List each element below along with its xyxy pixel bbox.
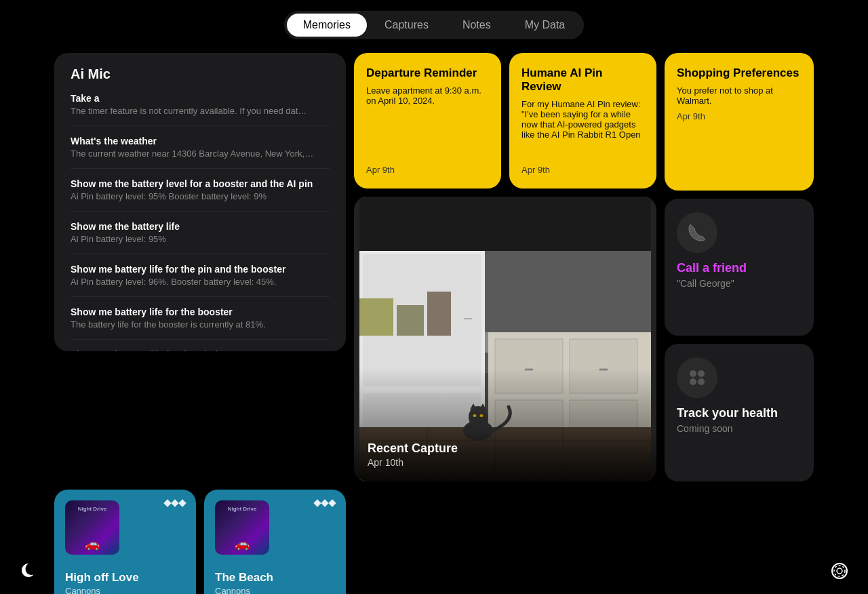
tab-notes[interactable]: Notes <box>446 14 507 37</box>
tidal-diamond-6 <box>328 499 336 507</box>
ai-mic-question: Show me battery life for the booster <box>71 306 330 317</box>
ai-mic-answer: Ai Pin battery level: 95% <box>71 234 330 244</box>
call-friend-label: Call a friend <box>677 261 802 275</box>
capture-label: Recent Capture <box>368 441 643 456</box>
health-card-subtitle: Coming soon <box>677 423 802 434</box>
moon-button[interactable] <box>16 559 41 583</box>
tidal-logo <box>165 500 185 506</box>
music-artist-1: Cannons <box>65 586 185 594</box>
ai-mic-answer: The battery life for the booster is curr… <box>71 319 330 330</box>
capture-date: Apr 10th <box>368 457 643 468</box>
note-card-date: Apr 9th <box>366 165 489 175</box>
ai-mic-item: Show me battery life for the pin and the… <box>71 264 330 297</box>
ai-mic-title: Ai Mic <box>71 66 330 82</box>
ai-mic-question: Show me the battery level for a booster … <box>71 178 330 189</box>
ai-mic-answer: The current weather near 14306 Barclay A… <box>71 148 330 159</box>
call-friend-subtitle: "Call George" <box>677 278 802 289</box>
svg-point-3 <box>698 378 705 385</box>
svg-point-40 <box>834 566 845 576</box>
ai-mic-question: Take a <box>71 93 330 104</box>
shopping-card-body: You prefer not to shop at Walmart. <box>677 85 802 106</box>
profile-button[interactable] <box>827 559 852 583</box>
ai-mic-item: What's the weather The current weather n… <box>71 136 330 169</box>
note-card-body: For my Humane AI Pin review: "I've been … <box>521 99 644 140</box>
music-artist-2: Cannons <box>215 586 335 594</box>
ai-mic-item: Show me battery life for the Ai pin <box>71 349 330 351</box>
ai-mic-answer: Ai Pin battery level: 96%. Booster batte… <box>71 277 330 287</box>
health-icon <box>677 357 717 398</box>
phone-icon <box>686 222 708 243</box>
call-icon <box>677 212 717 253</box>
shopping-card-date: Apr 9th <box>677 111 802 121</box>
tidal-diamond-5 <box>321 499 328 507</box>
album-art-1: Night Drive 🚗 <box>65 500 119 555</box>
note-card-body: Leave apartment at 9:30 a.m. on April 10… <box>366 85 489 106</box>
svg-point-2 <box>690 378 696 385</box>
shopping-prefs-card[interactable]: Shopping Preferences You prefer not to s… <box>665 53 814 191</box>
tab-captures[interactable]: Captures <box>368 14 445 37</box>
note-card-title: Humane AI Pin Review <box>521 66 644 94</box>
album-title-text-2: Night Drive <box>215 506 269 512</box>
bottom-icons <box>0 559 868 583</box>
ai-mic-item: Take a The timer feature is not currentl… <box>71 93 330 126</box>
right-column: Shopping Preferences You prefer not to s… <box>665 53 814 481</box>
ai-mic-question: What's the weather <box>71 136 330 146</box>
tidal-logo-2 <box>315 500 335 506</box>
note-card-review[interactable]: Humane AI Pin Review For my Humane AI Pi… <box>509 53 656 189</box>
svg-point-0 <box>690 370 696 377</box>
tidal-diamond-1 <box>163 499 171 507</box>
svg-point-1 <box>698 370 705 377</box>
tidal-diamond-2 <box>171 499 178 507</box>
note-card-title: Departure Reminder <box>366 66 489 80</box>
ai-mic-card: Ai Mic Take a The timer feature is not c… <box>54 53 346 351</box>
tab-memories[interactable]: Memories <box>287 14 367 37</box>
health-card-title: Track your health <box>677 406 802 420</box>
note-card-date: Apr 9th <box>521 165 644 175</box>
nav-tabs: Memories Captures Notes My Data <box>284 11 585 39</box>
album-art-2: Night Drive 🚗 <box>215 500 269 555</box>
moon-icon <box>19 561 38 580</box>
shopping-card-title: Shopping Preferences <box>677 66 802 80</box>
tidal-diamond-4 <box>313 499 321 507</box>
bottom-row: Recent Capture Apr 10th <box>354 197 656 481</box>
album-art-car-2: 🚗 <box>235 536 250 551</box>
notes-row: Departure Reminder Leave apartment at 9:… <box>354 53 656 189</box>
health-dots-icon <box>685 365 709 390</box>
ai-mic-answer: The timer feature is not currently avail… <box>71 106 330 116</box>
ai-mic-answer: Ai Pin battery level: 95% Booster batter… <box>71 191 330 201</box>
recent-capture-card[interactable]: Recent Capture Apr 10th <box>354 197 656 481</box>
main-grid: Ai Mic Take a The timer feature is not c… <box>0 53 868 594</box>
ai-mic-item: Show me the battery level for a booster … <box>71 178 330 212</box>
svg-point-39 <box>837 568 842 574</box>
tab-mydata[interactable]: My Data <box>509 14 582 37</box>
capture-overlay: Recent Capture Apr 10th <box>354 431 656 481</box>
ai-mic-item: Show me the battery life Ai Pin battery … <box>71 221 330 254</box>
profile-icon <box>830 561 849 580</box>
ai-mic-question: Show me battery life for the pin and the… <box>71 264 330 275</box>
ai-mic-item: Show me battery life for the booster The… <box>71 306 330 340</box>
track-health-card[interactable]: Track your health Coming soon <box>665 344 814 481</box>
album-title-text: Night Drive <box>65 506 119 512</box>
call-friend-card[interactable]: Call a friend "Call George" <box>665 199 814 336</box>
note-card-departure[interactable]: Departure Reminder Leave apartment at 9:… <box>354 53 501 189</box>
ai-mic-question: Show me battery life for the Ai pin <box>71 349 330 351</box>
ai-mic-question: Show me the battery life <box>71 221 330 232</box>
tidal-diamond-3 <box>178 499 186 507</box>
nav-bar: Memories Captures Notes My Data <box>0 0 868 53</box>
album-art-car: 🚗 <box>85 536 100 551</box>
